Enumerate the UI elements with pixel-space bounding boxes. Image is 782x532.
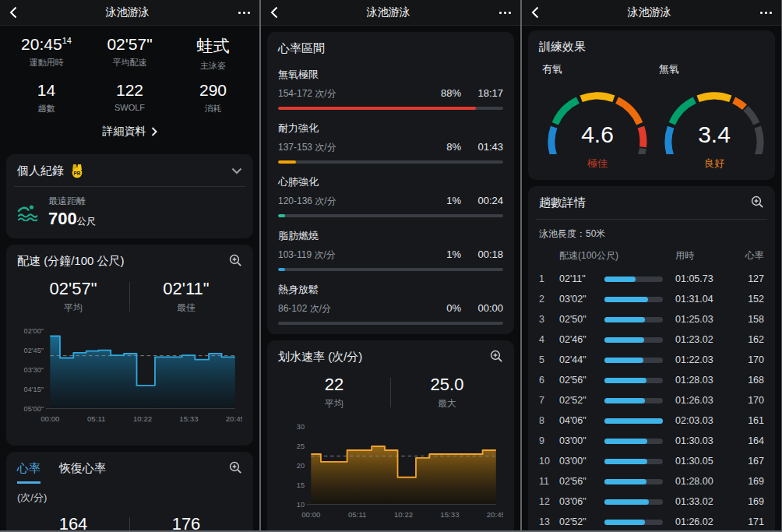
- record-text: 最遠距離 700公尺: [48, 195, 96, 229]
- stroke-stats: 22平均 25.0最大: [278, 375, 503, 410]
- lap-heart-rate: 127: [734, 273, 764, 284]
- lap-bar-fill: [604, 358, 643, 363]
- lap-bar-track: [604, 337, 663, 343]
- lap-bar-fill: [604, 520, 645, 525]
- lap-pace: 03'06": [559, 496, 604, 507]
- summary-stat-label: 消耗: [171, 103, 255, 115]
- lap-bar-fill: [604, 297, 648, 302]
- details-link[interactable]: 詳細資料: [0, 115, 259, 148]
- zone-bar-fill: [278, 214, 285, 217]
- lap-details-title: 趟數詳情: [539, 196, 586, 210]
- lap-pace: 02'11": [559, 273, 604, 284]
- lap-pace: 04'06": [559, 415, 604, 426]
- zoom-in-icon[interactable]: [751, 196, 764, 211]
- tab-recovery-heart-rate[interactable]: 恢復心率: [59, 461, 106, 484]
- gauge-value: 3.4: [698, 122, 731, 147]
- gauge-label: 有氧: [542, 62, 656, 76]
- table-row: 203'02"01:31.04152: [539, 289, 764, 309]
- zoom-in-icon[interactable]: [490, 350, 503, 365]
- table-row: 302'50"01:25.03158: [539, 309, 764, 329]
- summary-stat: 122SWOLF: [88, 81, 171, 115]
- panel-hr-zones: 泳池游泳 心率區間 無氧極限154-172 次/分88%18:17耐力強化137…: [261, 0, 522, 532]
- activity-summary: 20:4514運動用時02'57"平均配速蛙式主泳姿14趟數122SWOLF29…: [0, 26, 259, 148]
- overflow-menu-icon[interactable]: [756, 12, 772, 14]
- training-effect-card: 訓練效果 有氧4.6極佳無氧3.4良好: [528, 30, 775, 180]
- summary-stat: 20:4514運動用時: [5, 35, 88, 72]
- lap-time: 01:30.05: [675, 456, 734, 467]
- zone-range: 120-136 次/分: [278, 195, 425, 208]
- table-row: 804'06"02:03.03161: [539, 410, 764, 431]
- hr-zones-title: 心率區間: [278, 41, 325, 56]
- svg-text:00:00: 00:00: [41, 414, 59, 423]
- heart-rate-card: 心率 恢復心率 (次/分) 164平均 176最高: [6, 452, 253, 532]
- back-icon[interactable]: [270, 6, 281, 19]
- lap-time: 02:03.03: [675, 415, 734, 426]
- zone-time: 00:00: [461, 302, 503, 314]
- lap-number: 7: [539, 395, 559, 406]
- personal-record-card: 個人紀錄 PR 最遠距離 700公尺: [6, 154, 253, 238]
- zone-time: 00:18: [461, 248, 503, 260]
- svg-text:05:11: 05:11: [87, 414, 105, 423]
- lap-number: 6: [539, 375, 559, 386]
- record-value: 700公尺: [48, 209, 96, 229]
- zone-percent: 8%: [425, 141, 461, 153]
- svg-text:15:33: 15:33: [179, 414, 198, 423]
- zone-percent: 88%: [425, 87, 461, 99]
- svg-text:05'00": 05'00": [24, 405, 44, 413]
- back-icon[interactable]: [9, 6, 20, 19]
- panel-training-effect-laps: 泳池游泳 訓練效果 有氧4.6極佳無氧3.4良好 趟數詳情 泳池長度：50米 配…: [522, 0, 782, 532]
- pace-chart: 02'00"02'45"03'30"04'15"05'00"00:0005:11…: [17, 319, 242, 436]
- lap-time: 01:23.02: [675, 334, 734, 345]
- hr-zone-row: 脂肪燃燒103-119 次/分1%00:18: [278, 229, 503, 271]
- hr-unit-label: (次/分): [17, 491, 242, 505]
- overflow-menu-icon[interactable]: [495, 12, 511, 14]
- hr-average-value: 164: [17, 514, 129, 532]
- column-pace: 配速(100公尺): [559, 249, 675, 262]
- page-title: 泳池游泳: [281, 5, 495, 19]
- zone-range: 86-102 次/分: [278, 302, 425, 315]
- page-title: 泳池游泳: [20, 5, 234, 19]
- hr-zone-row: 無氧極限154-172 次/分88%18:17: [278, 68, 503, 110]
- lap-pace: 02'56": [559, 375, 604, 386]
- chevron-down-icon: [231, 167, 242, 174]
- tab-heart-rate[interactable]: 心率: [17, 461, 41, 484]
- zone-time: 01:43: [461, 141, 503, 153]
- overflow-menu-icon[interactable]: [234, 12, 250, 14]
- garmin-swim-activity-screens: 泳池游泳 20:4514運動用時02'57"平均配速蛙式主泳姿14趟數122SW…: [0, 0, 782, 532]
- summary-stat: 蛙式主泳姿: [171, 35, 255, 72]
- lap-bar-fill: [604, 398, 645, 403]
- pace-card-title: 配速 (分鐘/100 公尺): [17, 254, 125, 269]
- hr-zones-card: 心率區間 無氧極限154-172 次/分88%18:17耐力強化137-153 …: [267, 32, 514, 334]
- pr-medal-icon: PR: [70, 164, 84, 178]
- zoom-in-icon[interactable]: [229, 461, 242, 477]
- app-header: 泳池游泳: [0, 0, 259, 26]
- zone-name: 熱身放鬆: [278, 283, 503, 297]
- svg-text:05:11: 05:11: [348, 510, 366, 519]
- summary-stat-value: 290: [171, 81, 255, 100]
- lap-number: 9: [539, 435, 559, 446]
- back-icon[interactable]: [531, 6, 542, 19]
- zone-bar-fill: [278, 268, 285, 271]
- table-row: 702'52"01:26.03170: [539, 390, 764, 410]
- training-effect-gauges: 有氧4.6極佳無氧3.4良好: [539, 61, 764, 171]
- svg-text:20:45: 20:45: [226, 414, 242, 423]
- record-label: 最遠距離: [48, 195, 96, 208]
- training-effect-gauge: 3.4: [656, 79, 773, 154]
- lap-pace: 03'00": [559, 435, 604, 446]
- svg-text:20: 20: [297, 462, 305, 470]
- gauge-column: 無氧3.4良好: [656, 61, 773, 171]
- lap-details-card: 趟數詳情 泳池長度：50米 配速(100公尺) 用時 心率 102'11"01:…: [528, 186, 775, 532]
- laps-table-body: 102'11"01:05.73127203'02"01:31.04152302'…: [539, 269, 764, 532]
- svg-text:04'15": 04'15": [24, 386, 44, 393]
- lap-heart-rate: 164: [734, 435, 764, 446]
- personal-record-title: 個人紀錄: [17, 164, 64, 178]
- zoom-in-icon[interactable]: [229, 254, 242, 270]
- lap-bar-fill: [604, 459, 647, 464]
- zone-bar-track: [278, 322, 503, 325]
- details-label: 詳細資料: [103, 125, 146, 139]
- personal-record-header[interactable]: 個人紀錄 PR: [17, 164, 242, 178]
- hr-zone-row: 耐力強化137-153 次/分8%01:43: [278, 122, 503, 164]
- svg-text:10:22: 10:22: [133, 414, 152, 423]
- summary-stat-value: 122: [88, 81, 171, 100]
- pace-stats: 02'57"平均 02'11"最佳: [17, 279, 242, 315]
